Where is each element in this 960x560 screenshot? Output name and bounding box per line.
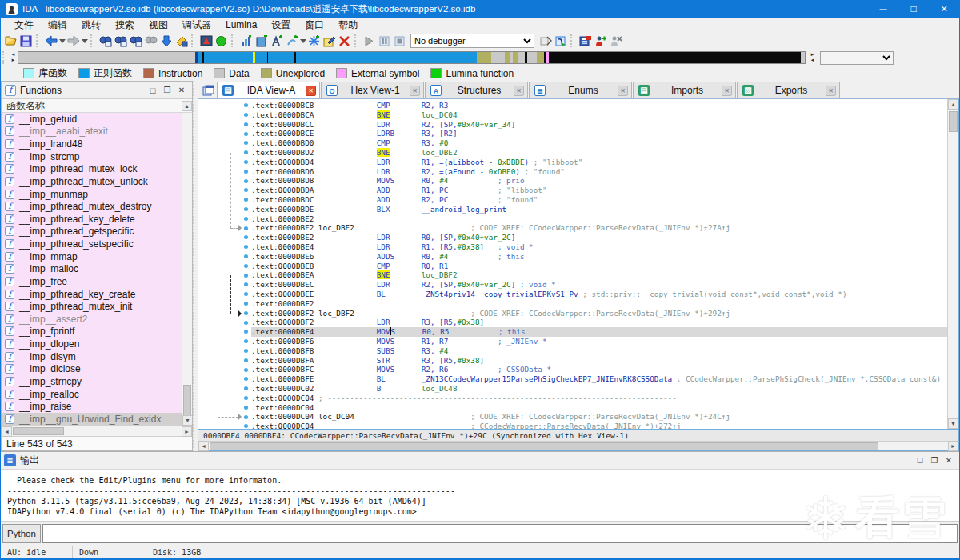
tab-close-icon[interactable] — [826, 86, 836, 96]
create-name-icon[interactable] — [269, 34, 284, 49]
menu-item-Lumina[interactable]: Lumina — [218, 18, 264, 32]
tab-close-icon[interactable] — [618, 86, 628, 96]
disassembly-line[interactable]: .text:0000DBDE BLX __android_log_print — [251, 205, 947, 214]
navband-segment[interactable] — [527, 52, 537, 63]
disassembly-line[interactable]: .text:0000DBCC LDR R2, [SP,#0x40+var_34] — [251, 120, 947, 130]
disassembly-line[interactable]: .text:0000DBEC LDR R2, [SP,#0x40+var_2C]… — [251, 280, 947, 290]
disassembly-line[interactable]: .text:0000DC04 ; CCodecWarpper::ParseRec… — [251, 422, 947, 429]
menu-item-文件[interactable]: 文件 — [7, 18, 41, 32]
function-list-item[interactable]: __imp_dlopen — [2, 338, 182, 350]
debugger-stop-icon[interactable] — [392, 34, 407, 49]
functions-scrollbar[interactable]: ▼ — [182, 113, 192, 426]
function-list-item[interactable]: __imp_free — [2, 275, 182, 288]
maximize-icon[interactable] — [898, 0, 929, 18]
panel-float-icon[interactable] — [927, 456, 942, 465]
menu-item-帮助[interactable]: 帮助 — [331, 18, 365, 32]
navband-segment[interactable] — [537, 52, 545, 63]
function-list-item[interactable]: __imp_pthread_key_delete — [2, 213, 182, 226]
disassembly-line[interactable]: .text:0000DBE2 — [251, 214, 947, 224]
disassembly-line[interactable]: .text:0000DBEA BNE loc_DBF2 — [251, 270, 947, 280]
functions-panel-header[interactable]: Functions — [2, 82, 192, 99]
navigate-back-icon[interactable] — [43, 34, 58, 49]
function-list-item[interactable]: __imp_pthread_mutex_init — [2, 300, 182, 313]
scroll-left-icon[interactable]: ◄ — [198, 441, 209, 451]
menu-item-设置[interactable]: 设置 — [264, 18, 298, 32]
function-list-item[interactable]: __imp_lrand48 — [2, 138, 182, 150]
panel-maximize-icon[interactable] — [913, 455, 927, 465]
undefine-icon[interactable] — [337, 34, 352, 49]
navband-segment[interactable] — [477, 52, 491, 63]
navband-segment[interactable] — [204, 52, 253, 63]
disassembly-line[interactable]: .text:0000DBE6 ADDS R0, #4 ; this — [251, 252, 947, 262]
python-command-input[interactable] — [42, 524, 958, 543]
disassembly-line[interactable]: .text:0000DBD2 BNE loc_DBE2 — [251, 148, 947, 158]
scroll-right-icon[interactable]: ► — [182, 426, 192, 437]
navband-segment[interactable] — [278, 52, 294, 63]
function-list-item[interactable]: __imp_malloc — [2, 263, 182, 276]
panel-close-icon[interactable] — [942, 456, 956, 465]
disassembly-line[interactable]: .text:0000DBC8 CMP R2, R3 — [251, 101, 947, 110]
search-text-icon[interactable] — [113, 34, 128, 49]
disassembly-line[interactable]: .text:0000DBD8 MOVS R0, #4 ; prio — [251, 176, 947, 186]
scroll-up-icon[interactable]: ▲ — [182, 101, 192, 111]
jump-address-icon[interactable] — [158, 34, 174, 49]
save-icon[interactable] — [18, 34, 34, 49]
disassembly-line[interactable]: .text:0000DBF6 MOVS R1, R7 ; _JNIEnv * — [251, 337, 947, 346]
tab-imports[interactable]: Imports — [633, 82, 736, 98]
function-list-item[interactable]: __imp_pthread_mutex_destroy — [2, 200, 182, 213]
close-icon[interactable] — [929, 0, 959, 18]
disassembly-line[interactable]: .text:0000DBF2 loc_DBF2 ; CODE XREF: CCo… — [251, 309, 947, 318]
debugger-start-icon[interactable] — [362, 34, 377, 49]
tab-hex-view-1[interactable]: Hex View-1 — [321, 82, 424, 98]
functions-column-header[interactable]: 函数名称 ▲ — [2, 99, 192, 113]
disassembly-line[interactable]: .text:0000DBE8 CMP R0, R1 — [251, 262, 947, 271]
output-panel-header[interactable]: 输出 — [1, 452, 959, 470]
navband-segment[interactable] — [549, 52, 801, 63]
add-desktop-icon[interactable] — [593, 34, 608, 49]
edit-comment-icon[interactable] — [322, 34, 337, 49]
disassembly-line[interactable]: .text:0000DBCA BNE loc_DC04 — [251, 110, 947, 120]
function-name-column[interactable]: 函数名称 — [2, 99, 182, 113]
menu-item-跳转[interactable]: 跳转 — [74, 18, 108, 32]
disassembly-line[interactable]: .text:0000DC04 ; -----------------------… — [251, 394, 947, 403]
function-list-item[interactable]: __imp_getuid — [2, 113, 182, 126]
attach-process-icon[interactable] — [538, 34, 553, 49]
disassembly-line[interactable]: .text:0000DBFE BL _ZN13CCodecWarpper15Pa… — [251, 374, 947, 384]
navband-segment[interactable] — [268, 52, 278, 63]
disassembly-scrollbar[interactable]: ▲ ▼ — [947, 99, 958, 429]
menu-item-调试器[interactable]: 调试器 — [175, 18, 218, 32]
scroll-down-icon[interactable]: ▼ — [948, 418, 958, 429]
panel-maximize-icon[interactable] — [146, 86, 160, 95]
function-list-item[interactable]: __imp_mmap — [2, 250, 182, 263]
disassembly-line[interactable]: .text:0000DBE4 LDR R1, [R5,#0x38] ; void… — [251, 242, 947, 252]
create-function-icon[interactable] — [238, 34, 254, 49]
disassembly-line[interactable]: .text:0000DBF2 LDR R3, [R5,#0x38] — [251, 318, 947, 327]
navband-segment[interactable] — [518, 52, 526, 63]
scrollbar-thumb[interactable] — [949, 111, 958, 132]
function-list-item[interactable]: __imp_pthread_setspecific — [2, 238, 182, 250]
disassembly-hscrollbar[interactable]: ◄ ► — [198, 441, 959, 451]
function-list-item[interactable]: __imp_raise — [2, 400, 182, 413]
create-segment-icon[interactable] — [284, 34, 299, 49]
minimize-icon[interactable] — [868, 0, 898, 18]
function-list-item[interactable]: __imp__assert2 — [2, 313, 182, 326]
function-list-item[interactable]: __imp_pthread_mutex_unlock — [2, 175, 182, 188]
function-list-item[interactable]: __imp_fprintf — [2, 326, 182, 338]
debugger-pause-icon[interactable] — [377, 34, 392, 49]
tab-exports[interactable]: Exports — [737, 82, 840, 98]
tab-close-icon[interactable] — [306, 86, 316, 96]
disassembly-line[interactable]: .text:0000DBF2 — [251, 299, 947, 309]
search-sequence-icon[interactable] — [128, 34, 143, 49]
search-binary-icon[interactable] — [98, 34, 113, 49]
run-cursor-icon[interactable] — [553, 34, 568, 49]
python-interpreter-button[interactable]: Python — [2, 524, 41, 543]
disassembly-line[interactable]: .text:0000DBE2 LDR R0, [SP,#0x40+var_2C] — [251, 233, 947, 242]
function-list-item[interactable]: __imp_realloc — [2, 388, 182, 401]
navband-segment[interactable] — [255, 52, 267, 63]
function-list-item[interactable]: __imp__gnu_Unwind_Find_exidx — [2, 413, 182, 426]
disassembly-line[interactable]: .text:0000DBF8 SUBS R3, #4 — [251, 346, 947, 356]
navband-left-arrows[interactable]: ◄► — [9, 50, 18, 65]
set-colors-icon[interactable] — [198, 34, 214, 49]
disassembly-line[interactable]: .text:0000DBD0 CMP R3, #0 — [251, 138, 947, 148]
debugger-select[interactable]: No debugger — [410, 34, 534, 48]
